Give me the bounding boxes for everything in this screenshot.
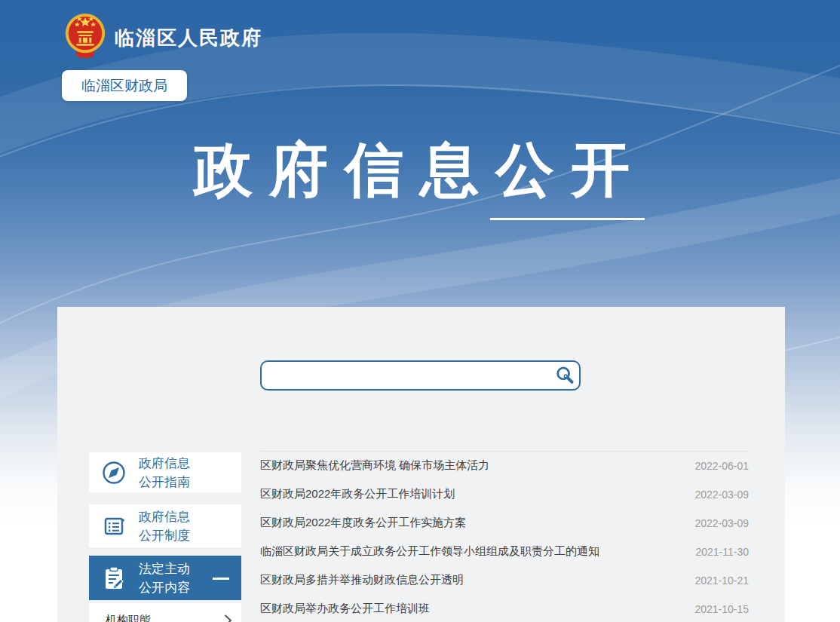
news-title[interactable]: 区财政局举办政务公开工作培训班 [260,602,430,616]
clipboard-pencil-icon [89,564,139,593]
content-panel: 政府信息 公开指南 政府信息 公开制度 [57,307,785,622]
news-title[interactable]: 区财政局多措并举推动财政信息公开透明 [260,573,464,587]
collapse-minus-icon[interactable] [213,578,229,580]
chevron-right-icon [223,614,232,622]
search-icon [553,365,575,386]
news-list: 区财政局聚焦优化营商环境 确保市场主体活力 2022-06-01 区财政局202… [260,451,749,622]
sidebar-item-label: 政府信息 公开制度 [139,507,190,545]
news-date: 2022-03-09 [694,517,749,529]
news-date: 2021-11-30 [695,546,749,558]
page-title: 政府信息公开 [0,140,840,199]
label-line: 政府信息 [139,454,190,473]
compass-icon [89,459,139,486]
department-badge[interactable]: 临淄区财政局 [62,70,187,101]
title-underline [490,218,645,220]
search-box [260,360,581,391]
news-row[interactable]: 区财政局多措并举推动财政信息公开透明 2021-10-21 [260,566,749,595]
label-line: 政府信息 [139,507,190,526]
sidebar-item-system[interactable]: 政府信息 公开制度 [89,504,241,547]
search-button[interactable] [549,362,579,389]
sidebar-item-guide[interactable]: 政府信息 公开指南 [89,452,241,492]
news-row[interactable]: 区财政局2022年政务公开工作培训计划 2022-03-09 [260,480,749,509]
label-line: 法定主动 [139,559,190,578]
sidebar-item-statutory-disclosure[interactable]: 法定主动 公开内容 [89,556,241,600]
document-list-icon [89,513,139,540]
sidebar-item-label: 政府信息 公开指南 [139,454,190,492]
news-title[interactable]: 区财政局2022年度政务公开工作实施方案 [260,516,466,530]
news-row[interactable]: 临淄区财政局关于成立政务公开工作领导小组组成及职责分工的通知 2021-11-3… [260,538,749,566]
label-line: 公开制度 [139,526,190,545]
news-date: 2021-10-15 [694,603,749,615]
news-date: 2022-03-09 [694,489,749,501]
news-title[interactable]: 临淄区财政局关于成立政务公开工作领导小组组成及职责分工的通知 [260,544,599,559]
national-emblem-icon [63,13,107,60]
news-title[interactable]: 区财政局聚焦优化营商环境 确保市场主体活力 [260,458,489,473]
sidebar-item-label: 法定主动 公开内容 [139,559,190,597]
site-title: 临淄区人民政府 [115,25,262,51]
sidebar: 政府信息 公开指南 政府信息 公开制度 [89,452,241,622]
label-line: 公开内容 [139,578,190,597]
news-row[interactable]: 区财政局2022年度政务公开工作实施方案 2022-03-09 [260,509,749,538]
news-date: 2021-10-21 [694,575,749,587]
search-input[interactable] [262,362,549,389]
sidebar-item-org-functions[interactable]: 机构职能 [89,603,241,622]
page: 临淄区人民政府 临淄区财政局 政府信息公开 [0,0,840,622]
news-row[interactable]: 区财政局聚焦优化营商环境 确保市场主体活力 2022-06-01 [260,452,749,480]
news-title[interactable]: 区财政局2022年政务公开工作培训计划 [260,487,455,501]
sidebar-sub-label: 机构职能 [106,613,151,622]
label-line: 公开指南 [139,473,190,492]
news-row[interactable]: 区财政局举办政务公开工作培训班 2021-10-15 [260,595,749,622]
news-date: 2022-06-01 [694,460,749,472]
